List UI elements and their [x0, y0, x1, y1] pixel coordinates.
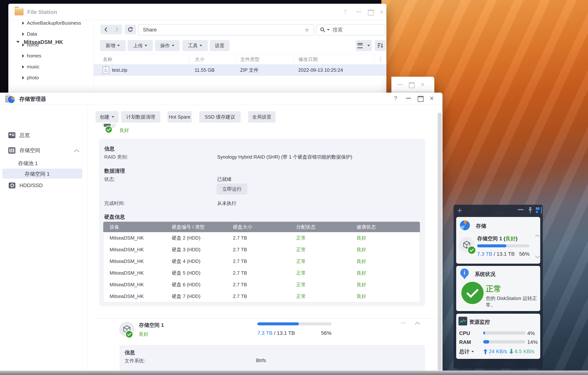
forward-button[interactable]	[111, 26, 122, 32]
search-filter-caret-icon[interactable]	[327, 29, 330, 31]
column-name[interactable]: 名称	[94, 54, 189, 64]
info-heading: 信息	[104, 145, 115, 152]
sidebar-folder[interactable]: home	[22, 42, 94, 48]
disk-alloc-status: 正常	[290, 246, 350, 253]
sidebar-folder[interactable]: Data	[22, 31, 94, 37]
column-type[interactable]: 文件类型	[236, 54, 294, 64]
disk-size: 2.7 TB	[227, 282, 290, 288]
disk-slot: 硬盘 4 (HDD)	[166, 258, 227, 265]
storage-manager-window: 存储管理器 ? × 总览 存储空间 存储池 1 存储空间 1	[0, 93, 442, 375]
folder-label: homes	[27, 53, 41, 59]
column-size[interactable]: 大小	[189, 54, 236, 64]
data-scrubbing-button[interactable]: 计划数据清理	[121, 111, 160, 123]
path-input[interactable]: Share ★	[138, 24, 314, 35]
upload-menu-button[interactable]: 上传	[127, 40, 153, 51]
collapse-arrow-icon[interactable]	[16, 41, 20, 43]
sidebar-folder[interactable]: ActiveBackupforBusiness	[22, 20, 94, 26]
file-row[interactable]: test.zip 11.55 GB ZIP 文件 2022-09-13 10:2…	[94, 64, 386, 76]
minimize-button[interactable]	[398, 84, 403, 85]
pin-widgets-icon[interactable]	[527, 207, 534, 214]
file-station-titlebar[interactable]: File Station ? ×	[8, 4, 386, 20]
disk-device: MitseaDSM_HK	[103, 235, 166, 241]
sidebar-item-pool[interactable]: 存储池 1	[18, 160, 38, 167]
help-button[interactable]: ?	[343, 9, 347, 15]
disk-row[interactable]: MitseaDSM_HK 硬盘 3 (HDD) 2.7 TB 正常 良好	[103, 244, 420, 256]
maximize-button[interactable]	[368, 10, 374, 16]
disk-row[interactable]: MitseaDSM_HK 硬盘 6 (HDD) 2.7 TB 正常 良好	[103, 279, 420, 290]
help-button[interactable]: ?	[394, 95, 397, 101]
ssd-cache-button[interactable]: SSD 缓存建议	[199, 111, 241, 123]
expand-arrow-icon[interactable]	[22, 32, 24, 36]
tools-menu-button[interactable]: 工具	[182, 40, 208, 51]
file-station-app-icon	[15, 8, 23, 15]
expand-arrow-icon[interactable]	[22, 76, 24, 79]
sidebar-folder[interactable]: music	[22, 64, 94, 70]
close-button[interactable]: ×	[430, 95, 434, 102]
disk-row[interactable]: MitseaDSM_HK 硬盘 5 (HDD) 2.7 TB 正常 良好	[103, 267, 420, 279]
sidebar-item-volume-selected[interactable]: 存储空间 1	[2, 169, 82, 179]
disk-row[interactable]: MitseaDSM_HK 硬盘 4 (HDD) 2.7 TB 正常 良好	[103, 256, 420, 267]
storage-manager-title: 存储管理器	[19, 96, 46, 103]
widget-total: / 13.1 TB	[494, 251, 515, 257]
volume-more-icon[interactable]: ⋯	[401, 319, 407, 326]
action-menu-button[interactable]: 操作	[155, 40, 179, 51]
search-icon	[320, 27, 326, 32]
close-button[interactable]: ×	[379, 8, 384, 16]
network-total-dropdown[interactable]: 总计	[459, 348, 474, 355]
col-device: 设备	[103, 224, 166, 230]
disk-table: 设备 硬盘编号 / 类型 硬盘大小 分配状态 健康状态 MitseaDSM_HK…	[103, 222, 420, 302]
file-list-header[interactable]: 名称 大小 文件类型 修改日期 ⋮	[94, 54, 386, 64]
sidebar-label: 存储空间 1	[25, 171, 50, 178]
refresh-button[interactable]	[125, 25, 136, 34]
vertical-scrollbar[interactable]	[438, 113, 442, 371]
widget-layout-icon[interactable]	[536, 207, 542, 214]
collapse-chevron-icon[interactable]	[73, 149, 80, 153]
close-button[interactable]: ×	[420, 81, 425, 88]
favorite-star-icon[interactable]: ★	[304, 26, 310, 33]
disk-row[interactable]: MitseaDSM_HK 硬盘 2 (HDD) 2.7 TB 正常 良好	[103, 232, 420, 244]
sidebar-folder[interactable]: homes	[22, 53, 94, 59]
expand-arrow-icon[interactable]	[22, 21, 24, 25]
widget-used[interactable]: 7.3 TB	[477, 251, 492, 257]
create-menu-button[interactable]: 创建	[95, 111, 118, 123]
add-widget-icon[interactable]: +	[457, 206, 462, 215]
desktop: File Station ? × MitseaDSM_HK ActiveBack…	[0, 0, 588, 375]
expand-arrow-icon[interactable]	[22, 65, 24, 69]
collapse-widgets-icon[interactable]	[518, 209, 524, 210]
new-menu-button[interactable]: 新增	[100, 40, 126, 51]
maximize-button[interactable]	[418, 96, 424, 102]
sidebar-item-overview[interactable]: 总览	[8, 132, 30, 139]
storage-manager-titlebar[interactable]: 存储管理器 ? ×	[0, 93, 442, 105]
minimize-button[interactable]	[356, 11, 361, 12]
path-value: Share	[143, 27, 304, 33]
maximize-button[interactable]	[409, 82, 415, 88]
volume-collapse-icon[interactable]	[414, 321, 421, 325]
global-settings-button[interactable]: 全局设置	[248, 111, 275, 123]
scroll-down-icon[interactable]	[535, 255, 540, 259]
scroll-up-icon[interactable]	[535, 234, 540, 238]
search-box[interactable]	[316, 24, 385, 35]
disk-alloc-status: 正常	[290, 281, 350, 288]
disk-slot: 硬盘 2 (HDD)	[166, 235, 227, 241]
run-now-button[interactable]: 立即运行	[217, 183, 247, 194]
hot-spare-button[interactable]: Hot Spare	[167, 111, 192, 123]
minimize-button[interactable]	[406, 98, 411, 98]
sidebar-item-hdd-ssd[interactable]: HDD/SSD	[9, 182, 43, 188]
expand-arrow-icon[interactable]	[22, 54, 24, 58]
upload-arrow-icon	[483, 349, 488, 354]
expand-arrow-icon[interactable]	[22, 43, 24, 47]
volume-used[interactable]: 7.3 TB	[257, 330, 273, 336]
scrub-heading: 数据清理	[104, 168, 125, 174]
view-mode-button[interactable]	[356, 40, 372, 51]
back-button[interactable]	[101, 26, 111, 32]
finished-value: 从未执行	[217, 200, 236, 207]
sidebar-folder[interactable]: photo	[22, 75, 94, 81]
search-input[interactable]	[332, 27, 374, 33]
sidebar-item-storage[interactable]: 存储空间	[8, 147, 40, 154]
column-modified[interactable]: 修改日期	[294, 54, 374, 64]
sort-button[interactable]	[375, 40, 386, 51]
ram-fill	[483, 340, 489, 343]
disk-row[interactable]: MitseaDSM_HK 硬盘 7 (HDD) 2.7 TB 正常 良好	[103, 290, 420, 302]
settings-button[interactable]: 设置	[210, 40, 230, 51]
column-options-icon[interactable]: ⋮	[374, 54, 386, 64]
